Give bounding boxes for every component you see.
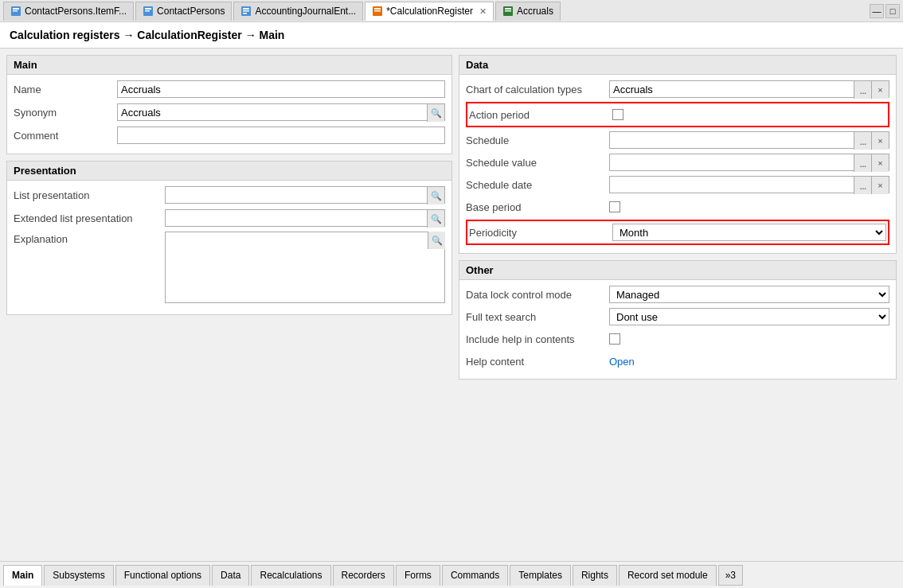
help-content-label: Help content <box>466 356 609 368</box>
full-text-search-row: Full text search Dont use Use <box>466 307 889 326</box>
extended-list-search-button[interactable]: 🔍 <box>427 210 444 228</box>
action-period-label: Action period <box>469 109 612 121</box>
schedule-value-clear-button[interactable]: × <box>871 154 889 172</box>
tab-accounting-journal[interactable]: AccountingJournalEnt... <box>233 2 363 21</box>
name-row: Name <box>14 80 445 99</box>
presentation-section: Presentation List presentation 🔍 Extende… <box>6 161 452 315</box>
schedule-date-ellipsis-button[interactable]: ... <box>854 177 871 194</box>
bottom-tab-more[interactable]: »3 <box>718 565 743 586</box>
bottom-tab-recorders[interactable]: Recorders <box>333 565 394 586</box>
chart-input[interactable] <box>610 81 854 97</box>
synonym-input[interactable] <box>118 104 427 120</box>
explanation-textarea-wrap: 🔍 <box>165 232 445 306</box>
tab-accruals[interactable]: Accruals <box>495 2 561 21</box>
presentation-section-body: List presentation 🔍 Extended list presen… <box>7 181 452 314</box>
chart-row: Chart of calculation types ... × <box>466 80 889 99</box>
extended-list-input[interactable] <box>166 210 427 226</box>
schedule-date-input-wrap: ... × <box>609 176 889 193</box>
synonym-input-wrap: 🔍 <box>117 103 445 121</box>
bottom-tab-functional-options[interactable]: Functional options <box>115 565 210 586</box>
base-period-row: Base period <box>466 197 889 216</box>
tab-contact-persons[interactable]: ContactPersons <box>135 2 232 21</box>
action-period-highlight: Action period <box>466 102 889 127</box>
tab-accruals-label: Accruals <box>517 6 553 17</box>
schedule-value-value: ... × <box>609 154 889 171</box>
bottom-tab-data[interactable]: Data <box>212 565 249 586</box>
full-text-search-label: Full text search <box>466 311 609 323</box>
tab-calculation-register[interactable]: *CalculationRegister ✕ <box>365 2 494 21</box>
extended-list-row: Extended list presentation 🔍 <box>14 208 445 228</box>
bottom-tab-subsystems[interactable]: Subsystems <box>44 565 113 586</box>
bottom-tab-bar: Main Subsystems Functional options Data … <box>0 561 903 588</box>
bottom-tab-forms[interactable]: Forms <box>396 565 440 586</box>
full-text-search-select[interactable]: Dont use Use <box>609 308 889 325</box>
explanation-textarea[interactable] <box>165 232 445 303</box>
synonym-search-button[interactable]: 🔍 <box>427 104 444 122</box>
other-section-body: Data lock control mode Managed Automatic… <box>459 280 896 379</box>
svg-rect-8 <box>243 10 249 12</box>
schedule-input[interactable] <box>610 132 854 148</box>
action-period-value <box>612 109 886 120</box>
action-period-row: Action period <box>469 105 886 124</box>
schedule-date-row: Schedule date ... × <box>466 175 889 194</box>
list-presentation-label: List presentation <box>14 189 165 201</box>
base-period-label: Base period <box>466 201 609 213</box>
bottom-tab-rights[interactable]: Rights <box>573 565 617 586</box>
include-help-checkbox[interactable] <box>609 333 620 345</box>
left-panel: Main Name Synonym 🔍 Comme <box>6 55 452 551</box>
maximize-button[interactable]: □ <box>885 4 900 18</box>
tab-contact-persons-item[interactable]: ContactPersons.ItemF... <box>3 2 134 21</box>
periodicity-select[interactable]: Month Day Week Quarter Year Within day N… <box>612 224 886 241</box>
schedule-value-ellipsis-button[interactable]: ... <box>854 154 871 172</box>
list-presentation-input[interactable] <box>166 187 427 203</box>
chart-label: Chart of calculation types <box>466 84 609 95</box>
tab-bar: ContactPersons.ItemF... ContactPersons A… <box>0 0 903 22</box>
schedule-value-label: Schedule value <box>466 157 609 169</box>
data-section-header: Data <box>459 56 896 75</box>
svg-rect-1 <box>13 8 19 10</box>
schedule-date-input[interactable] <box>610 177 854 193</box>
bottom-tab-recalculations[interactable]: Recalculations <box>251 565 330 586</box>
chart-ellipsis-button[interactable]: ... <box>854 81 871 99</box>
synonym-row: Synonym 🔍 <box>14 103 445 122</box>
accounting-journal-icon <box>240 6 252 17</box>
synonym-label: Synonym <box>14 107 117 119</box>
chart-value: ... × <box>609 80 889 98</box>
comment-row: Comment <box>14 126 445 145</box>
help-content-row: Help content Open <box>466 352 889 371</box>
chart-clear-button[interactable]: × <box>871 81 889 99</box>
comment-input[interactable] <box>117 127 445 144</box>
data-lock-select[interactable]: Managed Automatic Controlled <box>609 286 889 303</box>
help-content-value: Open <box>609 356 889 368</box>
name-input[interactable] <box>117 80 445 98</box>
minimize-button[interactable]: — <box>870 4 884 18</box>
list-presentation-search-button[interactable]: 🔍 <box>427 187 444 204</box>
bottom-tab-record-set-module[interactable]: Record set module <box>619 565 717 586</box>
bottom-tab-commands[interactable]: Commands <box>442 565 508 586</box>
base-period-checkbox[interactable] <box>609 201 620 212</box>
explanation-row: Explanation 🔍 <box>14 232 445 306</box>
bottom-tab-templates[interactable]: Templates <box>510 565 571 586</box>
right-panel: Data Chart of calculation types ... × <box>459 55 897 551</box>
data-lock-row: Data lock control mode Managed Automatic… <box>466 285 889 304</box>
svg-rect-7 <box>243 8 249 10</box>
include-help-value <box>609 333 889 345</box>
data-section-body: Chart of calculation types ... × Action … <box>459 75 896 253</box>
schedule-date-clear-button[interactable]: × <box>871 177 889 194</box>
svg-rect-9 <box>243 13 247 14</box>
schedule-ellipsis-button[interactable]: ... <box>854 132 871 150</box>
schedule-clear-button[interactable]: × <box>871 132 889 150</box>
bottom-tab-main[interactable]: Main <box>3 565 42 586</box>
schedule-value-input[interactable] <box>610 154 854 170</box>
name-label: Name <box>14 84 117 95</box>
tab-calculation-register-close[interactable]: ✕ <box>479 6 487 17</box>
comment-label: Comment <box>14 130 117 142</box>
svg-rect-15 <box>505 10 511 12</box>
schedule-value-input-wrap: ... × <box>609 154 889 171</box>
extended-list-label: Extended list presentation <box>14 212 165 224</box>
action-period-checkbox[interactable] <box>612 109 624 120</box>
list-presentation-row: List presentation 🔍 <box>14 185 445 204</box>
main-section-body: Name Synonym 🔍 Comment <box>7 75 452 154</box>
help-content-link[interactable]: Open <box>609 356 635 368</box>
explanation-search-button[interactable]: 🔍 <box>428 232 445 249</box>
